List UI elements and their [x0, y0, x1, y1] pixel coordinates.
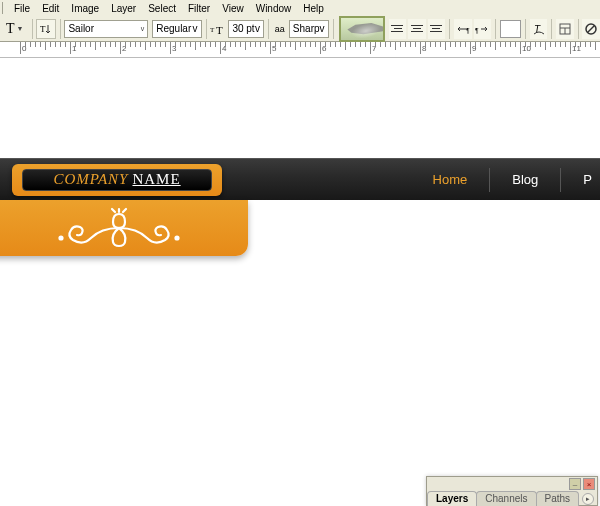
- font-size-select[interactable]: 30 pt v: [228, 20, 264, 38]
- cancel-button[interactable]: [582, 19, 600, 39]
- nav-home[interactable]: Home: [411, 168, 491, 192]
- menu-view[interactable]: View: [216, 2, 250, 15]
- antialias-value: Sharp: [293, 23, 320, 34]
- menu-help[interactable]: Help: [297, 2, 330, 15]
- cancel-icon: [584, 22, 598, 36]
- warp-text-icon: T: [532, 22, 546, 36]
- panel-close-button[interactable]: ×: [583, 478, 595, 490]
- font-size-icon: TT: [210, 22, 226, 36]
- divider: [449, 19, 450, 39]
- ornament-box: [0, 200, 248, 256]
- logo-second-word: NAME: [132, 171, 180, 188]
- divider: [268, 19, 269, 39]
- panel-titlebar[interactable]: – ×: [427, 477, 597, 491]
- chevron-down-icon: v: [320, 23, 325, 34]
- svg-text:¶: ¶: [466, 27, 470, 34]
- menu-edit[interactable]: Edit: [36, 2, 65, 15]
- chevron-down-icon: v: [141, 25, 145, 32]
- logo-first-word: COMPANY: [53, 171, 128, 188]
- rtl-icon: ¶: [456, 23, 470, 35]
- text-orientation-button[interactable]: T: [36, 19, 55, 39]
- warp-text-button[interactable]: T: [530, 19, 548, 39]
- ltr-toggle-button[interactable]: ¶: [474, 19, 492, 39]
- menu-window[interactable]: Window: [250, 2, 298, 15]
- font-style-select[interactable]: Regular v: [152, 20, 201, 38]
- svg-point-11: [60, 237, 63, 240]
- divider: [206, 19, 207, 39]
- svg-text:T: T: [210, 26, 215, 34]
- divider: [551, 19, 552, 39]
- palettes-button[interactable]: [556, 19, 574, 39]
- chevron-down-icon: v: [255, 23, 260, 34]
- divider: [333, 19, 334, 39]
- menu-layer[interactable]: Layer: [105, 2, 142, 15]
- nav-more[interactable]: P: [561, 168, 600, 192]
- font-style-value: Regular: [156, 23, 191, 34]
- tool-preset-button[interactable]: T ▼: [4, 19, 28, 39]
- tab-paths[interactable]: Paths: [536, 491, 580, 506]
- antialias-label: aa: [273, 24, 287, 34]
- font-family-select[interactable]: Sailor v: [64, 20, 148, 38]
- ornament-icon: [39, 206, 199, 250]
- font-family-value: Sailor: [68, 23, 94, 34]
- palette-icon: [558, 22, 572, 36]
- document-canvas[interactable]: COMPANY NAME Home Blog P: [0, 58, 600, 506]
- ltr-icon: ¶: [475, 23, 489, 35]
- align-center-button[interactable]: [408, 19, 426, 39]
- divider: [495, 19, 496, 39]
- type-tool-icon: T: [6, 21, 15, 37]
- chevron-down-icon: v: [193, 23, 198, 34]
- svg-line-10: [588, 25, 595, 32]
- design-header-bar: COMPANY NAME Home Blog P: [0, 158, 600, 200]
- menu-filter[interactable]: Filter: [182, 2, 216, 15]
- svg-text:T: T: [216, 24, 223, 36]
- panel-tabs: Layers Channels Paths ▸: [427, 491, 597, 506]
- svg-text:T: T: [40, 24, 46, 34]
- logo-container: COMPANY NAME: [12, 164, 222, 196]
- menu-bar: File Edit Image Layer Select Filter View…: [0, 0, 600, 16]
- svg-text:¶: ¶: [475, 27, 479, 34]
- menu-file[interactable]: File: [8, 2, 36, 15]
- antialias-select[interactable]: Sharp v: [289, 20, 329, 38]
- font-size-value: 30 pt: [232, 23, 254, 34]
- divider: [32, 19, 33, 39]
- panel-minimize-button[interactable]: –: [569, 478, 581, 490]
- options-bar: T ▼ T Sailor v Regular v TT 30 pt v aa S…: [0, 16, 600, 42]
- chevron-down-icon: ▼: [17, 25, 24, 33]
- text-orientation-icon: T: [39, 22, 53, 36]
- svg-point-12: [176, 237, 179, 240]
- divider: [525, 19, 526, 39]
- tab-layers[interactable]: Layers: [427, 491, 477, 506]
- panel-menu-button[interactable]: ▸: [582, 493, 594, 505]
- menu-handle-icon: [2, 2, 5, 14]
- text-color-swatch[interactable]: [500, 20, 521, 38]
- nav: Home Blog P: [411, 159, 600, 200]
- divider: [578, 19, 579, 39]
- nav-blog[interactable]: Blog: [490, 168, 561, 192]
- layers-panel[interactable]: – × Layers Channels Paths ▸: [426, 476, 598, 506]
- logo-text: COMPANY NAME: [22, 169, 212, 191]
- brush-preview-thumb[interactable]: [339, 16, 384, 42]
- horizontal-ruler: 01234567891011: [0, 42, 600, 58]
- align-right-button[interactable]: [428, 19, 446, 39]
- menu-select[interactable]: Select: [142, 2, 182, 15]
- divider: [60, 19, 61, 39]
- feather-icon: [347, 22, 384, 38]
- align-left-button[interactable]: [389, 19, 407, 39]
- tab-channels[interactable]: Channels: [476, 491, 536, 506]
- menu-image[interactable]: Image: [65, 2, 105, 15]
- rtl-toggle-button[interactable]: ¶: [454, 19, 472, 39]
